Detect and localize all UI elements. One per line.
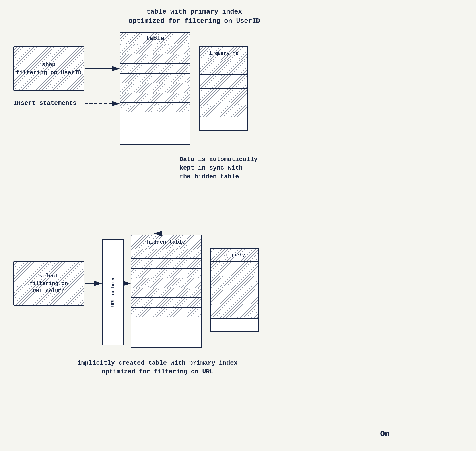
diagram-container: table with primary indexoptimized for fi… <box>0 0 476 451</box>
bottom-side-label: i_query <box>225 252 245 258</box>
top-table-header: table <box>146 35 164 42</box>
bottom-index-label: URL column <box>110 278 116 307</box>
top-query-label: shopfiltering on UserID <box>16 61 82 77</box>
bottom-table-header: hidden table <box>147 239 185 245</box>
bottom-query-label: selectfiltering onURL column <box>30 272 68 295</box>
top-side-label: i_query_ms <box>209 51 238 56</box>
